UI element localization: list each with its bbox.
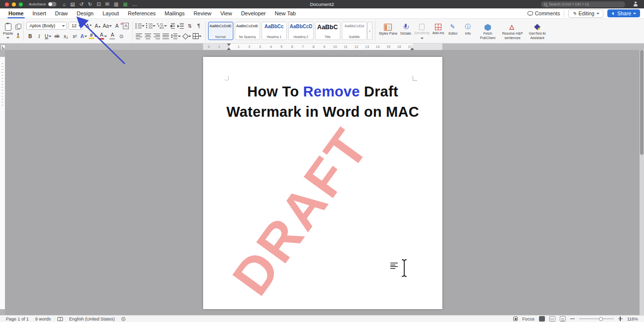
style-no-spacing[interactable]: AaBbCcDdE No Spacing (235, 22, 260, 40)
sort-button[interactable]: ⇅ (186, 22, 194, 30)
paste-button[interactable]: Paste (3, 23, 13, 39)
minimize-window-button[interactable] (12, 2, 16, 6)
decrease-indent-button[interactable] (168, 22, 176, 30)
undo-icon[interactable]: ↺ (79, 2, 83, 7)
tab-insert[interactable]: Insert (28, 8, 51, 18)
document-heading[interactable]: How To Remove Draft Watermark in Word on… (203, 82, 442, 122)
clear-formatting-button[interactable]: A (113, 22, 121, 30)
align-left-button[interactable] (135, 32, 143, 41)
document-page[interactable]: How To Remove Draft Watermark in Word on… (203, 57, 442, 309)
enclose-characters-button[interactable]: ⊙ (117, 32, 125, 41)
zoom-slider[interactable] (579, 317, 614, 322)
increase-indent-button[interactable] (177, 22, 185, 30)
character-border-button[interactable]: A (122, 22, 130, 30)
line-spacing-button[interactable] (171, 32, 181, 41)
language-indicator[interactable]: English (United States) (69, 317, 115, 322)
tab-design[interactable]: Design (72, 8, 98, 18)
tab-layout[interactable]: Layout (98, 8, 123, 18)
align-center-button[interactable] (144, 32, 152, 41)
style-title[interactable]: AaBbC Title (315, 22, 340, 40)
right-indent-marker[interactable] (410, 46, 414, 50)
style-heading-1[interactable]: AaBbCc Heading 1 (262, 22, 287, 40)
save-icon[interactable]: ▤ (70, 2, 75, 7)
style-subtitle[interactable]: AaBbCcDd Subtitle (342, 22, 367, 40)
home-icon[interactable]: ⌂ (63, 2, 66, 7)
tab-stop-selector[interactable] (0, 45, 5, 49)
character-shading-button[interactable]: A (108, 32, 116, 41)
tab-view[interactable]: View (216, 8, 237, 18)
outline-view-icon[interactable] (560, 316, 566, 322)
tab-review[interactable]: Review (189, 8, 216, 18)
subscript-button[interactable]: x₂ (62, 32, 69, 41)
superscript-button[interactable]: x² (71, 32, 78, 41)
zoom-in-button[interactable] (618, 317, 623, 321)
underline-button[interactable]: U (44, 32, 52, 41)
bold-button[interactable]: B (26, 32, 34, 41)
search-input[interactable]: Search (Cmd + Ctrl + U) (541, 1, 625, 7)
styles-gallery-more-button[interactable]: › (367, 22, 373, 40)
font-size-select[interactable]: 12 (68, 22, 83, 30)
table-icon[interactable]: ▦ (123, 2, 127, 7)
ribbon-button-gentext-ai-assistant[interactable]: GenText AI Assistant (526, 22, 549, 40)
ribbon-button-add-ins[interactable]: Add-ins (432, 22, 445, 35)
font-name-select[interactable]: Aptos (Body) (26, 22, 67, 30)
fullscreen-window-button[interactable] (19, 2, 23, 6)
zoom-slider-knob[interactable] (599, 317, 603, 321)
strikethrough-button[interactable]: ab (53, 32, 60, 41)
tab-mailings[interactable]: Mailings (160, 8, 189, 18)
ribbon-button-fetch-pubchem[interactable]: Fetch PubChem (477, 22, 499, 40)
comments-button[interactable]: Comments (528, 10, 560, 16)
horizontal-ruler[interactable]: 21 1234567891011121314151617 (0, 44, 644, 50)
italic-button[interactable]: I (35, 32, 43, 41)
editing-mode-button[interactable]: Editing (568, 9, 603, 18)
borders-button[interactable] (193, 32, 202, 41)
text-effects-button[interactable]: A (80, 32, 87, 41)
numbering-button[interactable] (146, 22, 156, 30)
account-presence-icon[interactable] (633, 1, 638, 6)
redo-icon[interactable]: ↻ (88, 2, 92, 7)
grammar-status-icon[interactable] (121, 317, 125, 321)
ribbon-button-sensitivity[interactable]: Sensitivity (414, 22, 430, 39)
show-paragraph-marks-button[interactable]: ¶ (195, 22, 203, 30)
multilevel-list-button[interactable] (157, 22, 167, 30)
style-heading-2[interactable]: AaBbCcD Heading 2 (288, 22, 314, 40)
tab-new-tab[interactable]: New Tab (270, 8, 301, 18)
bullets-button[interactable] (135, 22, 145, 30)
print-icon[interactable]: ⊡ (97, 2, 101, 7)
font-color-button[interactable]: A (99, 32, 107, 41)
shrink-font-button[interactable]: A (94, 22, 101, 30)
highlight-button[interactable] (89, 32, 97, 41)
tab-references[interactable]: References (123, 8, 160, 18)
focus-toggle[interactable]: Focus (522, 317, 535, 322)
print-layout-view-icon[interactable] (539, 316, 545, 322)
share-button[interactable]: Share (607, 9, 640, 17)
left-indent-marker[interactable] (227, 46, 231, 50)
word-count[interactable]: 9 words (35, 317, 51, 322)
tab-developer[interactable]: Developer (236, 8, 270, 18)
ribbon-button-info[interactable]: Info (462, 22, 475, 36)
web-layout-view-icon[interactable] (549, 316, 555, 322)
spellcheck-icon[interactable] (57, 317, 63, 321)
zoom-level[interactable]: 116% (627, 317, 638, 322)
copy-icon[interactable] (15, 24, 21, 29)
grow-font-button[interactable]: A (85, 22, 92, 30)
more-icon[interactable]: … (132, 2, 137, 7)
format-painter-icon[interactable] (15, 33, 21, 39)
zoom-out-button[interactable] (570, 317, 575, 321)
mail-icon[interactable]: ✉ (105, 2, 109, 7)
layout-icon[interactable]: ▥ (114, 2, 118, 7)
ribbon-button-styles-pane[interactable]: Styles Pane (379, 22, 397, 36)
ribbon-button-dictate[interactable]: Dictate (399, 22, 412, 36)
autosave-toggle[interactable] (48, 2, 56, 6)
style-normal[interactable]: AaBbCcDdE Normal (208, 22, 233, 40)
close-window-button[interactable] (5, 2, 9, 6)
page-indicator[interactable]: Page 1 of 1 (6, 317, 29, 322)
ribbon-button-resolve-h-p-sentences[interactable]: Resolve H&P sentences (501, 22, 524, 40)
document-area[interactable]: How To Remove Draft Watermark in Word on… (0, 50, 644, 315)
justify-button[interactable] (162, 32, 169, 41)
align-right-button[interactable] (153, 32, 161, 41)
change-case-button[interactable]: Aa (103, 22, 111, 30)
tab-home[interactable]: Home (4, 8, 28, 18)
shading-button[interactable] (182, 32, 191, 41)
ribbon-button-editor[interactable]: Editor (447, 22, 460, 36)
